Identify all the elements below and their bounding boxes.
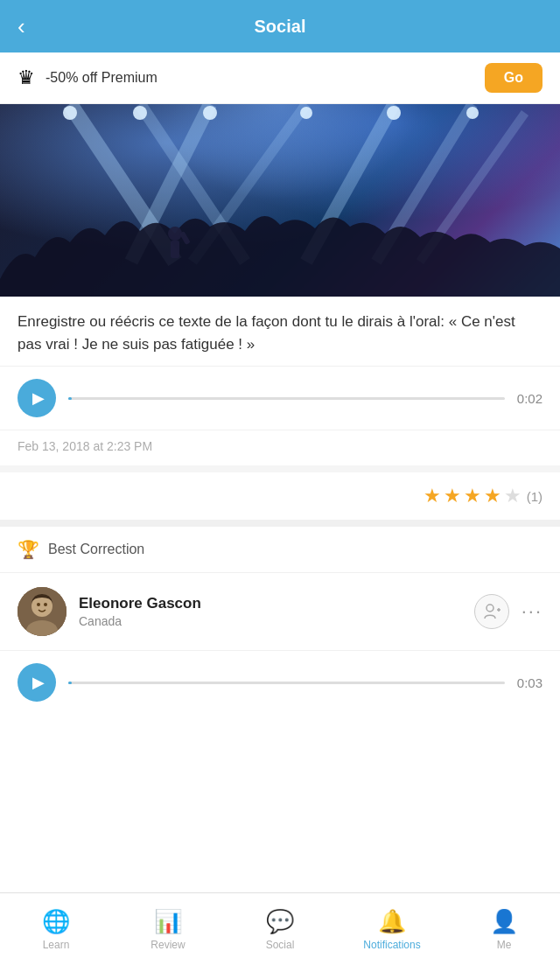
svg-point-11 xyxy=(387,106,401,120)
svg-point-7 xyxy=(63,106,77,120)
nav-item-social[interactable]: 💬 Social xyxy=(241,908,319,951)
rating-row: ★ ★ ★ ★ ★ (1) xyxy=(0,472,560,520)
section-divider xyxy=(0,520,560,527)
nav-item-me[interactable]: 👤 Me xyxy=(465,908,543,951)
concert-image xyxy=(0,104,560,297)
audio-time-main: 0:02 xyxy=(517,391,542,406)
svg-point-10 xyxy=(300,107,312,119)
star-3: ★ xyxy=(464,485,481,507)
post-date: Feb 13, 2018 at 2:23 PM xyxy=(0,430,560,465)
bottom-nav: 🌐 Learn 📊 Review 💬 Social 🔔 Notification… xyxy=(0,892,560,965)
post-text: Enregistre ou réécris ce texte de la faç… xyxy=(0,297,560,367)
learn-icon: 🌐 xyxy=(42,908,70,935)
star-1: ★ xyxy=(424,485,441,507)
svg-point-13 xyxy=(168,227,182,241)
svg-rect-14 xyxy=(171,241,179,258)
play-button-user[interactable]: ▶ xyxy=(18,663,56,702)
progress-bar-user[interactable] xyxy=(68,682,505,684)
svg-point-8 xyxy=(133,106,147,120)
svg-point-9 xyxy=(203,106,217,120)
user-card: Eleonore Gascon Canada ··· xyxy=(0,573,560,651)
play-icon-main: ▶ xyxy=(32,388,45,408)
audio-time-user: 0:03 xyxy=(517,675,542,690)
trophy-icon: 🏆 xyxy=(18,539,39,560)
add-user-icon xyxy=(483,603,500,620)
crown-icon: ♛ xyxy=(18,66,35,89)
user-name: Eleonore Gascon xyxy=(79,595,474,612)
back-button[interactable]: ‹ xyxy=(18,13,25,40)
star-rating[interactable]: ★ ★ ★ ★ ★ xyxy=(424,485,522,507)
more-options-button[interactable]: ··· xyxy=(522,600,542,623)
star-5: ★ xyxy=(504,485,522,507)
svg-point-20 xyxy=(44,603,47,606)
nav-label-social: Social xyxy=(266,939,295,951)
review-icon: 📊 xyxy=(154,908,182,935)
social-icon: 💬 xyxy=(266,908,294,935)
go-button[interactable]: Go xyxy=(485,63,542,93)
star-2: ★ xyxy=(444,485,461,507)
nav-item-notifications[interactable]: 🔔 Notifications xyxy=(353,908,431,951)
avatar[interactable] xyxy=(18,587,66,636)
play-button-main[interactable]: ▶ xyxy=(18,379,56,417)
audio-player-user: ▶ 0:03 xyxy=(0,651,560,717)
follow-button[interactable] xyxy=(474,594,509,629)
best-correction-header: 🏆 Best Correction xyxy=(0,527,560,573)
nav-label-notifications: Notifications xyxy=(363,939,420,951)
star-4: ★ xyxy=(484,485,501,507)
premium-text: -50% off Premium xyxy=(46,70,485,86)
nav-label-me: Me xyxy=(497,939,512,951)
premium-banner: ♛ -50% off Premium Go xyxy=(0,52,560,104)
svg-point-12 xyxy=(466,107,479,119)
play-icon-user: ▶ xyxy=(32,673,45,692)
nav-item-review[interactable]: 📊 Review xyxy=(129,908,207,951)
user-actions: ··· xyxy=(474,594,542,629)
stage-lights-svg xyxy=(0,104,560,297)
nav-label-learn: Learn xyxy=(43,939,70,951)
divider-1 xyxy=(0,465,560,472)
user-info: Eleonore Gascon Canada xyxy=(79,595,474,628)
user-country: Canada xyxy=(79,614,474,628)
svg-point-19 xyxy=(37,603,40,606)
svg-point-21 xyxy=(486,605,494,612)
avatar-svg xyxy=(18,587,66,636)
best-correction-label: Best Correction xyxy=(48,542,144,557)
progress-bar-main[interactable] xyxy=(68,397,505,400)
app-header: ‹ Social xyxy=(0,0,560,52)
nav-label-review: Review xyxy=(150,939,185,951)
nav-item-learn[interactable]: 🌐 Learn xyxy=(17,908,95,951)
me-icon: 👤 xyxy=(490,908,518,935)
rating-count: (1) xyxy=(527,489,542,504)
notifications-icon: 🔔 xyxy=(378,908,406,935)
audio-player-main: ▶ 0:02 xyxy=(0,367,560,430)
page-title: Social xyxy=(255,17,306,37)
